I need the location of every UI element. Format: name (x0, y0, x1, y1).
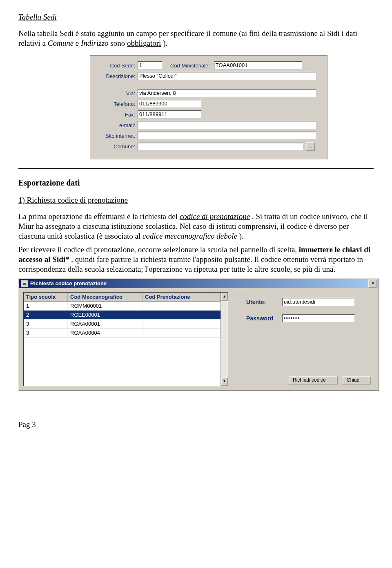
telefono-input[interactable]: 011/889900 (138, 100, 201, 108)
cell-pren (143, 329, 220, 337)
intro-paragraph: Nella tabella Sedi è stato aggiunto un c… (18, 29, 374, 48)
utente-input[interactable]: uid.utentesidi (282, 298, 355, 306)
intro-text-4: Indirizzo (81, 39, 109, 47)
schools-grid: Tipo scuola Cod Meccanografico Cod Preno… (23, 292, 228, 386)
descrizione-input[interactable]: Plesso "Collodi" (138, 72, 316, 80)
para1-a: La prima operazione da effettuarsi è la … (18, 212, 180, 221)
col-tipo-header[interactable]: Tipo scuola (24, 293, 68, 301)
cell-tipo: 3 (24, 320, 68, 328)
grid-body: 1 RGMM00001 2 RGEE00001 3 RGAA00001 (24, 302, 220, 386)
via-label: Via: (94, 90, 138, 96)
close-icon[interactable]: × (368, 280, 377, 288)
cell-pren (143, 311, 220, 319)
sub-heading: 1) Richiesta codice di prenotazione (18, 195, 374, 205)
para2-c: , quindi fare partire la richiesta trami… (18, 255, 363, 273)
col-mecc-header[interactable]: Cod Meccanografico (68, 293, 143, 301)
email-input[interactable] (138, 121, 316, 129)
intro-text-7: ). (163, 39, 167, 47)
export-heading: Esportazione dati (18, 178, 374, 188)
cell-mecc: RGEE00001 (68, 311, 143, 319)
scroll-track[interactable] (221, 301, 228, 377)
utente-label: Utente: (246, 299, 282, 305)
password-input[interactable]: ••••••• (282, 314, 355, 322)
table-row[interactable]: 2 RGEE00001 (24, 311, 220, 320)
paragraph-1: La prima operazione da effettuarsi è la … (18, 212, 374, 241)
cod-min-label: Cod Ministeriale: (170, 63, 212, 69)
dialog-title: Richiesta codice prenotazione (30, 280, 107, 286)
table-row[interactable]: 3 RGAA00004 (24, 329, 220, 338)
sito-label: Sito internet: (94, 133, 138, 139)
cell-mecc: RGMM00001 (68, 302, 143, 310)
section-title: Tabella Sedi (18, 12, 374, 22)
cell-pren (143, 320, 220, 328)
grid-header: Tipo scuola Cod Meccanografico Cod Preno… (24, 293, 220, 302)
para1-e: ). (239, 232, 244, 240)
credentials-pane: Utente: uid.utentesidi Password ••••••• … (232, 292, 374, 386)
via-input[interactable]: via Andersen, 8 (138, 89, 316, 97)
divider (18, 168, 374, 169)
comune-browse-button[interactable]: ... (306, 142, 315, 151)
chiudi-button[interactable]: Chiudi (343, 376, 371, 385)
cod-min-input[interactable]: TOAA001001 (214, 61, 302, 69)
telefono-label: Telefono: (94, 101, 138, 107)
page-number: Pag 3 (18, 420, 374, 429)
cell-tipo: 1 (24, 302, 68, 310)
cod-sede-label: Cod Sede: (94, 63, 138, 69)
table-row[interactable]: 1 RGMM00001 (24, 302, 220, 311)
comune-label: Comune: (94, 143, 138, 150)
grid-scrollbar[interactable]: ▴ ▾ (220, 293, 228, 386)
intro-text-5: sono (110, 39, 127, 47)
cell-tipo: 3 (24, 329, 68, 337)
table-row[interactable]: 3 RGAA00001 (24, 320, 220, 329)
col-pren-header[interactable]: Cod Prenotazione (143, 293, 220, 301)
dialog-titlebar: Richiesta codice prenotazione × (19, 279, 379, 288)
svg-rect-1 (23, 282, 26, 283)
intro-text-6: obbligatori (127, 39, 161, 47)
richiesta-codice-dialog: Richiesta codice prenotazione × Tipo scu… (18, 278, 379, 391)
scroll-down-icon[interactable]: ▾ (221, 377, 228, 386)
intro-text-3: e (76, 39, 81, 47)
paragraph-2: Per ricevere il codice di prenotazione, … (18, 245, 374, 274)
sedi-form-panel: Cod Sede: 1 Cod Ministeriale: TOAA001001… (90, 55, 327, 159)
para2-a: Per ricevere il codice di prenotazione, … (18, 245, 299, 254)
para1-b: codice di prenotazione (180, 212, 250, 221)
cod-sede-input[interactable]: 1 (138, 61, 162, 69)
descrizione-label: Descrizione: (94, 73, 138, 79)
fax-label: Fax: (94, 112, 138, 118)
sito-input[interactable] (138, 132, 316, 140)
cell-tipo: 2 (24, 311, 68, 319)
cell-mecc: RGAA00001 (68, 320, 143, 328)
para1-d: codice meccanografico debole (143, 232, 237, 240)
comune-input[interactable] (138, 143, 303, 151)
email-label: e-mail: (94, 122, 138, 128)
intro-text-2: Comune (48, 39, 74, 47)
richiedi-codice-button[interactable]: Richiedi codice (289, 376, 338, 385)
cell-mecc: RGAA00004 (68, 329, 143, 337)
password-label: Password (246, 315, 282, 322)
fax-input[interactable]: 011/889911 (138, 110, 201, 119)
scroll-up-icon[interactable]: ▴ (221, 293, 228, 301)
dialog-app-icon (21, 280, 28, 287)
cell-pren (143, 302, 220, 310)
